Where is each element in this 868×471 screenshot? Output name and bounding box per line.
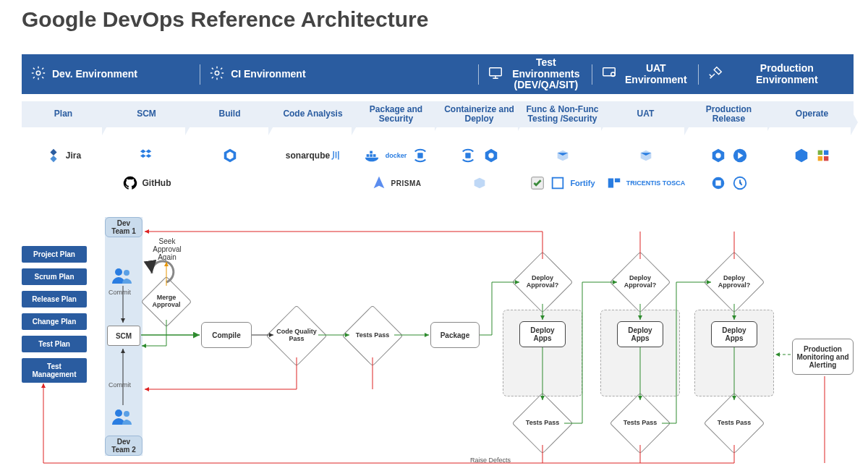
registry-icon xyxy=(460,148,476,164)
svg-point-16 xyxy=(715,153,720,158)
tool-label: Fortify xyxy=(570,179,595,187)
fortify-icon xyxy=(550,175,566,191)
tests-pass-decision: Tests Pass xyxy=(351,314,394,357)
tool-row-2: GitHub PRISMA Fortify TRICENTIS TOSCA xyxy=(22,172,854,194)
gear-icon xyxy=(209,65,225,83)
svg-rect-24 xyxy=(553,178,563,189)
svg-rect-11 xyxy=(418,153,423,158)
svg-rect-12 xyxy=(465,153,470,158)
commit-label: Commit xyxy=(109,382,131,389)
deploy-apps-uat: Deploy Apps xyxy=(617,321,663,347)
sonar-wave-icon: 川 xyxy=(331,150,340,162)
scheduler-icon xyxy=(732,175,748,191)
pipeline-steps: Plan SCM Build Code Analysis Package and… xyxy=(22,101,854,127)
svg-rect-19 xyxy=(817,150,822,155)
seek-approval-box: Seek Approval Again xyxy=(145,239,190,259)
environment-bar: Dev. Environment CI Environment Test Env… xyxy=(22,54,854,94)
compile-box: Compile xyxy=(201,322,252,348)
svg-rect-9 xyxy=(370,151,373,154)
commit-label: Commit xyxy=(109,289,131,297)
tool-label: TRICENTIS TOSCA xyxy=(626,179,685,187)
svg-point-14 xyxy=(488,153,493,158)
env-label: UAT Environment xyxy=(623,63,689,85)
ops-icon xyxy=(815,148,831,164)
tools-icon xyxy=(707,65,723,83)
cloud-hex-icon xyxy=(793,148,809,164)
dev-team-1: Dev Team 1 xyxy=(105,217,142,237)
tool-label: sonarqube xyxy=(286,150,330,161)
step-production-release: Production Release xyxy=(687,105,770,124)
plan-btn-change: Change Plan xyxy=(22,313,87,330)
jira-icon xyxy=(46,148,61,164)
kubernetes-icon xyxy=(710,148,726,164)
tool-label: PRISMA xyxy=(391,179,422,187)
deploy-apps-test: Deploy Apps xyxy=(519,321,566,347)
dropbox-icon xyxy=(139,148,155,164)
step-containerize-deploy: Containerize and Deploy xyxy=(438,105,521,124)
dev-team-2: Dev Team 2 xyxy=(105,436,142,456)
prod-monitor-box: Production Monitoring and Alerting xyxy=(792,339,854,375)
svg-point-1 xyxy=(215,71,219,75)
lock-monitor-icon xyxy=(601,65,617,83)
docker-icon xyxy=(364,148,380,164)
tool-label: docker xyxy=(386,152,407,159)
prisma-icon xyxy=(371,175,387,191)
env-label: Test Environments (DEV/QA/SIT) xyxy=(509,57,583,90)
cloud-tool-icon xyxy=(555,148,571,164)
plan-btn-release: Release Plan xyxy=(22,291,87,307)
plan-btn-scrum: Scrum Plan xyxy=(22,268,87,285)
svg-rect-2 xyxy=(490,67,502,75)
tests-pass-test: Tests Pass xyxy=(521,402,564,445)
deploy-approval-prod: Deploy Approval? xyxy=(712,260,756,304)
tool-row-1: Jira sonarqube川 docker xyxy=(22,145,854,166)
deploy-approval-test: Deploy Approval? xyxy=(521,260,564,304)
step-uat: UAT xyxy=(604,109,687,119)
monitor-icon xyxy=(488,65,503,83)
cloud-tool-icon xyxy=(472,175,488,191)
tool-label: Jira xyxy=(66,150,81,161)
tests-pass-prod: Tests Pass xyxy=(712,402,756,445)
env-label: CI Environment xyxy=(231,69,305,80)
deploy-approval-uat: Deploy Approval? xyxy=(618,260,662,304)
cloud-run-icon xyxy=(732,148,748,164)
package-box: Package xyxy=(430,322,480,348)
plan-btn-testmgmt: Test Management xyxy=(22,358,87,383)
env-label: Production Environment xyxy=(729,63,845,85)
svg-rect-8 xyxy=(370,154,373,157)
compute-icon xyxy=(710,175,726,191)
github-icon xyxy=(122,175,138,191)
svg-rect-22 xyxy=(823,156,827,161)
env-label: Dev. Environment xyxy=(52,69,137,80)
step-scm: SCM xyxy=(105,109,188,119)
plan-btn-project: Project Plan xyxy=(22,246,87,263)
registry-icon xyxy=(412,148,428,164)
svg-rect-10 xyxy=(373,154,376,157)
step-operate: Operate xyxy=(770,109,854,119)
svg-point-0 xyxy=(36,71,41,75)
svg-rect-20 xyxy=(823,150,827,155)
svg-rect-3 xyxy=(603,67,616,75)
tosca-icon xyxy=(606,175,622,191)
selenium-icon xyxy=(529,175,545,191)
step-func-testing: Func & Non-Func Testing /Security xyxy=(521,105,604,124)
page-title: Google DevOps Reference Architecture xyxy=(22,7,428,32)
svg-rect-26 xyxy=(715,180,720,185)
gear-icon xyxy=(30,65,46,83)
svg-marker-18 xyxy=(795,149,807,162)
scm-box: SCM xyxy=(107,326,140,346)
step-build: Build xyxy=(188,109,271,119)
tests-pass-uat: Tests Pass xyxy=(618,402,662,445)
code-quality-decision: Code Quality Pass xyxy=(275,314,318,357)
cloud-build-icon xyxy=(222,148,238,164)
cloud-tool-icon xyxy=(638,148,654,164)
plan-btn-test: Test Plan xyxy=(22,336,87,352)
tool-label: GitHub xyxy=(142,178,171,188)
plan-sidebar: Project Plan Scrum Plan Release Plan Cha… xyxy=(22,246,87,389)
raise-defects-label: Raise Defects xyxy=(470,457,511,464)
merge-approval-decision: Merge Approval xyxy=(148,284,184,320)
svg-rect-7 xyxy=(366,154,369,157)
svg-rect-21 xyxy=(817,156,822,161)
deploy-apps-prod: Deploy Apps xyxy=(711,321,757,347)
step-code-analysis: Code Analysis xyxy=(271,109,354,119)
step-package-security: Package and Security xyxy=(354,105,438,124)
